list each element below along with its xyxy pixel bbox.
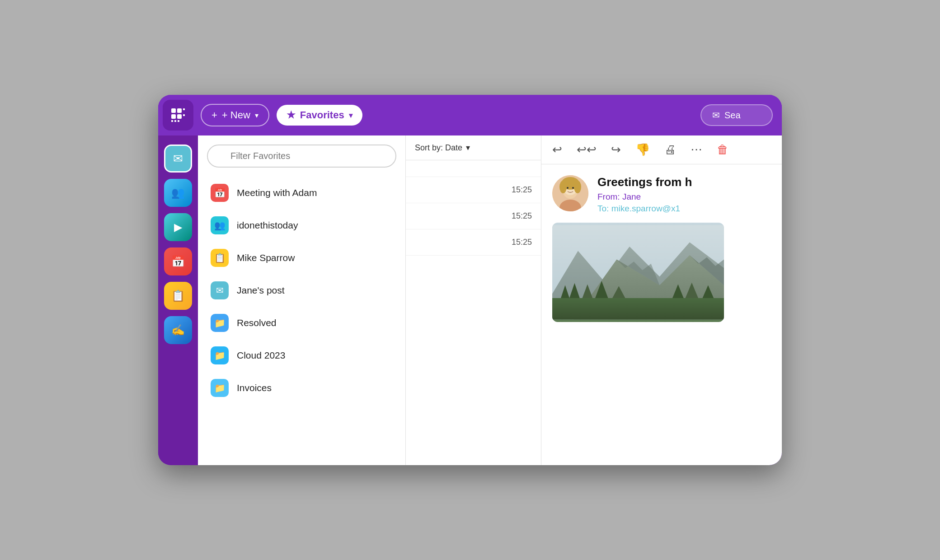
top-bar: + + New ▾ ★ Favorites ▾ ✉ Sea bbox=[158, 95, 782, 135]
svg-point-15 bbox=[559, 181, 567, 193]
sidebar-item-write[interactable]: ✍ bbox=[164, 316, 192, 344]
favorite-label-cloud2023: Cloud 2023 bbox=[237, 350, 285, 361]
folder-fav-icon-resolved: 📁 bbox=[214, 317, 226, 328]
plus-icon: + bbox=[212, 109, 217, 121]
reply-button[interactable]: ↩ bbox=[552, 143, 562, 157]
svg-rect-24 bbox=[552, 298, 724, 320]
more-options-button[interactable]: ⋯ bbox=[691, 143, 702, 157]
favorite-item-cloud2023[interactable]: 📁 Cloud 2023 bbox=[198, 339, 405, 372]
email-list-item-3[interactable]: 15:25 bbox=[406, 203, 541, 229]
favorite-label-idonethis: idonethistoday bbox=[237, 220, 298, 231]
email-list-item-2[interactable]: 15:25 bbox=[406, 177, 541, 203]
favorite-label-resolved: Resolved bbox=[237, 317, 277, 328]
to-label: To: bbox=[597, 204, 609, 213]
favorite-icon-cloud2023: 📁 bbox=[211, 346, 229, 364]
email-time-3: 15:25 bbox=[415, 211, 532, 221]
video-icon: ▶ bbox=[174, 221, 182, 233]
favorite-item-meeting[interactable]: 📅 Meeting with Adam bbox=[198, 177, 405, 209]
email-meta: Greetings from h From: Jane To: mike.spa… bbox=[597, 175, 692, 214]
favorite-icon-meeting: 📅 bbox=[211, 184, 229, 202]
screen-wrapper: + + New ▾ ★ Favorites ▾ ✉ Sea ✉ 👥 ▶ bbox=[158, 95, 782, 465]
favorite-label-janes-post: Jane's post bbox=[237, 285, 285, 296]
new-button[interactable]: + + New ▾ bbox=[201, 104, 269, 126]
to-address[interactable]: mike.sparrow@x1 bbox=[611, 204, 680, 213]
contacts-icon: 👥 bbox=[171, 187, 185, 199]
favorite-label-meeting: Meeting with Adam bbox=[237, 187, 317, 198]
search-button[interactable]: ✉ Sea bbox=[700, 104, 773, 126]
contacts-fav-icon: 👥 bbox=[214, 220, 226, 231]
write-icon: ✍ bbox=[171, 324, 185, 336]
svg-rect-2 bbox=[183, 108, 185, 110]
mail-icon: ✉ bbox=[712, 110, 720, 121]
email-list-item-4[interactable]: 15:25 bbox=[406, 229, 541, 256]
favorite-item-invoices[interactable]: 📁 Invoices bbox=[198, 372, 405, 404]
email-time-4: 15:25 bbox=[415, 238, 532, 247]
avatar bbox=[552, 175, 588, 211]
filter-search-wrapper: 🔍 bbox=[198, 135, 405, 172]
mail-sidebar-icon: ✉ bbox=[173, 152, 183, 166]
sort-bar[interactable]: Sort by: Date ▾ bbox=[406, 135, 541, 160]
reply-all-button[interactable]: ↩↩ bbox=[577, 143, 597, 157]
email-to-line: To: mike.sparrow@x1 bbox=[597, 204, 692, 214]
email-content: Greetings from h From: Jane To: mike.spa… bbox=[541, 164, 782, 465]
new-chevron-icon: ▾ bbox=[255, 111, 258, 120]
favorite-label-invoices: Invoices bbox=[237, 383, 272, 393]
sidebar-item-calendar[interactable]: 📅 bbox=[164, 247, 192, 275]
new-label: + New bbox=[222, 109, 250, 121]
email-image bbox=[552, 223, 724, 322]
sort-chevron-icon: ▾ bbox=[466, 143, 470, 153]
favorites-button[interactable]: ★ Favorites ▾ bbox=[277, 105, 362, 126]
favorites-label: Favorites bbox=[300, 109, 344, 121]
app-grid-button[interactable] bbox=[163, 100, 193, 131]
sidebar-item-contacts[interactable]: 👥 bbox=[164, 179, 192, 207]
email-detail-panel: ↩ ↩↩ ↪ 👎 🖨 ⋯ 🗑 bbox=[541, 135, 782, 465]
email-list-item-1[interactable] bbox=[406, 160, 541, 177]
favorite-icon-invoices: 📁 bbox=[211, 379, 229, 397]
favorite-item-janes-post[interactable]: ✉ Jane's post bbox=[198, 274, 405, 307]
delete-button[interactable]: 🗑 bbox=[717, 143, 728, 157]
favorite-item-resolved[interactable]: 📁 Resolved bbox=[198, 307, 405, 339]
svg-rect-6 bbox=[171, 120, 173, 122]
favorites-chevron-icon: ▾ bbox=[349, 111, 352, 120]
favorite-label-mike: Mike Sparrow bbox=[237, 252, 295, 263]
notes-icon: 📋 bbox=[171, 289, 185, 302]
email-list-panel: Sort by: Date ▾ 15:25 15:25 15:25 bbox=[406, 135, 541, 465]
calendar-icon: 📅 bbox=[171, 255, 185, 268]
filter-favorites-input[interactable] bbox=[207, 145, 396, 168]
favorite-item-mike[interactable]: 📋 Mike Sparrow bbox=[198, 242, 405, 274]
favorite-icon-mike: 📋 bbox=[211, 249, 229, 267]
svg-rect-0 bbox=[171, 108, 176, 113]
sidebar-item-mail[interactable]: ✉ bbox=[164, 145, 192, 173]
email-subject: Greetings from h bbox=[597, 175, 692, 189]
sidebar-item-video[interactable]: ▶ bbox=[164, 213, 192, 241]
svg-rect-4 bbox=[177, 114, 182, 119]
print-button[interactable]: 🖨 bbox=[664, 143, 676, 157]
star-icon: ★ bbox=[287, 109, 296, 121]
filter-search-container: 🔍 bbox=[207, 145, 396, 168]
sidebar: ✉ 👥 ▶ 📅 📋 ✍ bbox=[158, 135, 198, 465]
notes-fav-icon: 📋 bbox=[214, 252, 226, 263]
calendar-fav-icon: 📅 bbox=[214, 187, 226, 198]
forward-button[interactable]: ↪ bbox=[611, 143, 621, 157]
mail-fav-icon: ✉ bbox=[216, 285, 224, 296]
svg-rect-7 bbox=[174, 120, 176, 122]
folder-fav-icon-invoices: 📁 bbox=[214, 383, 226, 393]
svg-rect-1 bbox=[177, 108, 182, 113]
sort-label: Sort by: Date bbox=[415, 143, 462, 153]
thumbsdown-button[interactable]: 👎 bbox=[635, 143, 650, 157]
svg-point-16 bbox=[574, 181, 581, 193]
from-label: From: bbox=[597, 192, 620, 201]
svg-rect-8 bbox=[178, 120, 179, 122]
email-toolbar: ↩ ↩↩ ↪ 👎 🖨 ⋯ 🗑 bbox=[541, 135, 782, 164]
svg-point-17 bbox=[567, 187, 569, 189]
main-area: ✉ 👥 ▶ 📅 📋 ✍ 🔍 bbox=[158, 135, 782, 465]
svg-rect-3 bbox=[171, 114, 176, 119]
svg-rect-5 bbox=[183, 114, 185, 116]
favorite-icon-janes-post: ✉ bbox=[211, 281, 229, 299]
favorite-item-idonethis[interactable]: 👥 idonethistoday bbox=[198, 209, 405, 242]
sidebar-item-notes[interactable]: 📋 bbox=[164, 282, 192, 310]
favorites-list: 📅 Meeting with Adam 👥 idonethistoday 📋 bbox=[198, 172, 405, 465]
from-name[interactable]: Jane bbox=[622, 192, 641, 201]
email-time-2: 15:25 bbox=[415, 185, 532, 195]
svg-point-18 bbox=[572, 187, 574, 189]
